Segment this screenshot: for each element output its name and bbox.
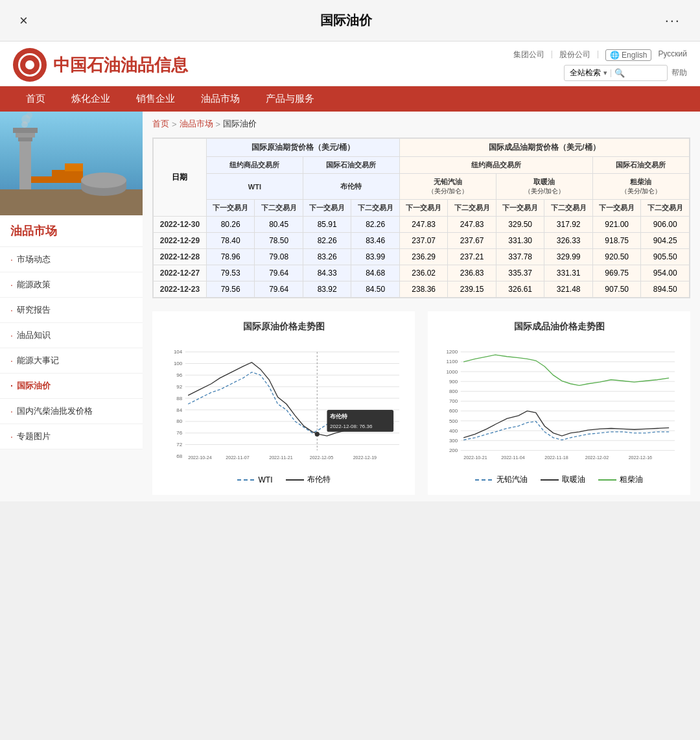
bullet-icon: ·: [10, 330, 13, 340]
wti2-cell: 78.50: [255, 233, 303, 249]
refined-chart-container: 国际成品油价格走势图: [428, 311, 690, 495]
main-content: 首页 > 油品市场 > 国际油价 日期 国际原油期货价格（美元/桶） 国际成品油…: [143, 112, 700, 501]
svg-text:104: 104: [174, 349, 183, 355]
svg-text:2022-10-21: 2022-10-21: [463, 455, 487, 460]
sidebar-label-knowledge: 油品知识: [17, 329, 51, 341]
heating-legend-label: 取暖油: [562, 474, 585, 485]
svg-text:72: 72: [176, 442, 182, 448]
svg-text:2022-10-24: 2022-10-24: [188, 455, 211, 460]
search-divider: |: [610, 68, 612, 77]
crude-chart-title: 国际原油价格走势图: [162, 321, 405, 333]
oil1-cell: 969.75: [592, 265, 641, 281]
gasoil-legend-line: [598, 479, 616, 481]
sidebar-item-policy[interactable]: · 能源政策: [0, 272, 143, 298]
svg-text:88: 88: [176, 396, 182, 401]
heat1-cell: 331.30: [496, 233, 544, 249]
svg-text:2022-12-05: 2022-12-05: [310, 455, 333, 460]
svg-point-11: [81, 173, 126, 188]
heat1-cell: 329.50: [496, 217, 544, 233]
brent-next2-header: 下二交易月: [351, 200, 400, 217]
svg-text:76: 76: [176, 430, 182, 436]
sidebar-item-domestic-price[interactable]: · 国内汽柴油批发价格: [0, 399, 143, 424]
stock-company-link[interactable]: 股份公司: [559, 49, 590, 61]
brent1-cell: 84.33: [303, 265, 351, 281]
svg-text:500: 500: [449, 418, 458, 424]
page-title: 国际油价: [320, 12, 372, 29]
group-company-link[interactable]: 集团公司: [513, 49, 544, 61]
help-button[interactable]: 帮助: [671, 67, 687, 78]
sidebar-item-special[interactable]: · 专题图片: [0, 424, 143, 449]
english-label: English: [622, 51, 647, 60]
ice-refined-header: 国际石油交易所: [592, 157, 689, 174]
gas1-cell: 237.07: [399, 233, 448, 249]
gasoil-line: [463, 355, 669, 385]
sidebar-item-knowledge[interactable]: · 油品知识: [0, 323, 143, 348]
table-row: 2022-12-29 78.40 78.50 82.26 83.46 237.0…: [154, 233, 690, 249]
date-cell: 2022-12-27: [154, 265, 207, 281]
sidebar-item-market[interactable]: · 市场动态: [0, 247, 143, 272]
sidebar-item-research[interactable]: · 研究报告: [0, 298, 143, 323]
svg-text:96: 96: [176, 372, 182, 378]
bullet-icon: ·: [10, 381, 13, 391]
gasoline-legend-line: [475, 479, 493, 481]
mobile-top-bar: × 国际油价 ···: [0, 0, 700, 42]
russian-link[interactable]: Русский: [658, 49, 687, 61]
globe-icon: 🌐: [610, 51, 620, 60]
search-dropdown-icon[interactable]: ▾: [603, 69, 607, 77]
wti-header: WTI: [206, 174, 303, 200]
english-button[interactable]: 🌐 English: [605, 49, 651, 61]
sep-2: >: [216, 119, 221, 129]
wti1-cell: 79.56: [206, 281, 255, 298]
svg-text:1100: 1100: [446, 359, 458, 365]
more-icon[interactable]: ···: [665, 12, 681, 29]
wti1-cell: 79.53: [206, 265, 255, 281]
crude-header: 国际原油期货价格（美元/桶）: [206, 139, 399, 157]
nav-products[interactable]: 产品与服务: [253, 86, 327, 112]
nav-refinery[interactable]: 炼化企业: [58, 86, 123, 112]
gas2-cell: 247.83: [448, 217, 496, 233]
svg-rect-1: [0, 189, 143, 215]
nav-home[interactable]: 首页: [13, 86, 58, 112]
svg-text:2022-12-19: 2022-12-19: [353, 455, 377, 460]
content-area: 油品市场 · 市场动态 · 能源政策 · 研究报告 · 油品知识: [0, 112, 700, 501]
logo-icon: [13, 48, 47, 82]
close-icon[interactable]: ×: [19, 12, 28, 29]
refined-chart-title: 国际成品油价格走势图: [438, 321, 681, 333]
svg-text:2022-12-02: 2022-12-02: [585, 455, 609, 460]
logo-area: 中国石油油品信息: [13, 48, 188, 82]
crude-chart-legend: WTI 布伦特: [162, 474, 405, 485]
wti-next2-header: 下二交易月: [255, 200, 303, 217]
search-icon[interactable]: 🔍: [614, 68, 625, 78]
search-placeholder-text: 全站检索: [570, 67, 601, 78]
gas2-cell: 236.83: [448, 265, 496, 281]
sidebar-menu-title: 油品市场: [0, 215, 143, 247]
svg-text:2022-11-07: 2022-11-07: [226, 455, 249, 460]
svg-text:100: 100: [174, 361, 183, 366]
brent-next1-header: 下一交易月: [303, 200, 351, 217]
wti2-cell: 79.08: [255, 249, 303, 265]
brent1-cell: 83.26: [303, 249, 351, 265]
heat2-cell: 331.31: [544, 265, 593, 281]
nav-sales[interactable]: 销售企业: [123, 86, 188, 112]
wti1-cell: 80.26: [206, 217, 255, 233]
refined-header: 国际成品油期货价格（美元/桶）: [399, 139, 689, 157]
nav-oil-market[interactable]: 油品市场: [188, 86, 253, 112]
heat-next2-header: 下二交易月: [544, 200, 593, 217]
oil-next2-header: 下二交易月: [641, 200, 690, 217]
sidebar-label-special: 专题图片: [17, 431, 51, 442]
ice-crude-header: 国际石油交易所: [303, 157, 399, 174]
search-box[interactable]: 全站检索 ▾ | 🔍: [564, 65, 668, 81]
breadcrumb-home[interactable]: 首页: [152, 118, 169, 130]
bullet-icon: ·: [10, 431, 13, 442]
sidebar-image: [0, 112, 143, 215]
svg-text:2022-11-21: 2022-11-21: [269, 455, 292, 460]
svg-text:2022-11-04: 2022-11-04: [501, 455, 524, 460]
breadcrumb-market[interactable]: 油品市场: [180, 118, 213, 130]
sidebar-item-events[interactable]: · 能源大事记: [0, 348, 143, 374]
gas2-cell: 237.21: [448, 249, 496, 265]
charts-section: 国际原油价格走势图: [152, 311, 690, 495]
heat1-cell: 337.78: [496, 249, 544, 265]
sidebar-item-intl-price[interactable]: · 国际油价: [0, 374, 143, 399]
brent2-cell: 84.50: [351, 281, 400, 298]
brent-header: 布伦特: [303, 174, 399, 200]
